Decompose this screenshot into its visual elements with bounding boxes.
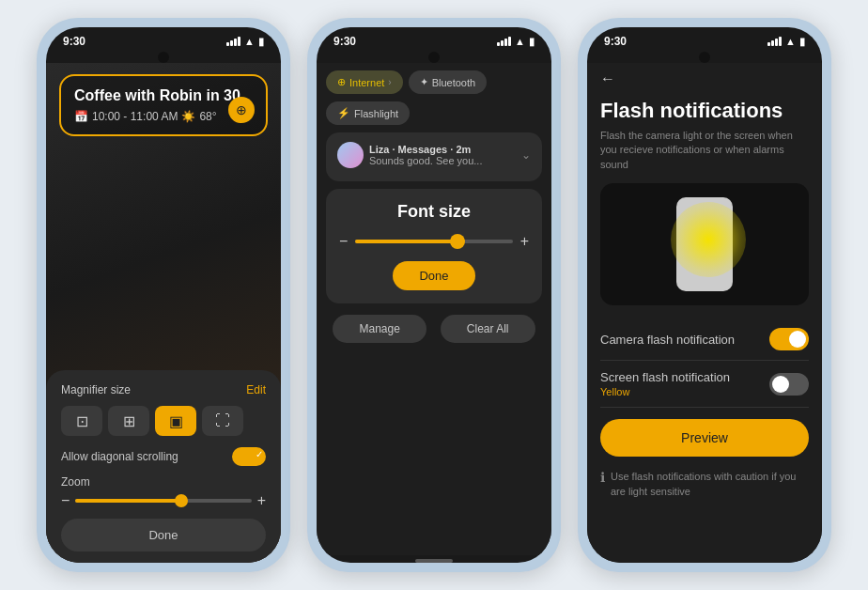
phone1-widget: Coffee with Robin in 30 📅 10:00 - 11:00 … (59, 74, 268, 136)
caution-row: ℹ Use flash notifications with caution i… (600, 464, 809, 499)
home-indicator-2 (415, 559, 453, 563)
wifi-icon-1: ▲ (244, 36, 255, 47)
font-size-card: Font size − + Done (326, 189, 542, 303)
slider-fill (75, 499, 180, 503)
flash-description: Flash the camera light or the screen whe… (600, 129, 809, 172)
signal-icon-3 (767, 37, 782, 46)
diagonal-toggle[interactable] (232, 447, 266, 466)
flash-preview-box (600, 183, 809, 305)
status-bar-3: 9:30 ▲ ▮ (587, 27, 822, 52)
status-bar-2: 9:30 ▲ ▮ (317, 27, 551, 52)
battery-icon-2: ▮ (529, 36, 535, 48)
notif-meta: Liza · Messages · 2m Sounds good. See yo… (369, 144, 516, 166)
tile-bluetooth[interactable]: ✦ Bluetooth (409, 70, 487, 94)
phone-2: 9:30 ▲ ▮ ⊕ Internet › ✦ Bluetooth (307, 18, 561, 572)
tile-internet[interactable]: ⊕ Internet › (326, 70, 403, 94)
wifi-icon-3: ▲ (785, 36, 796, 47)
manage-button[interactable]: Manage (333, 315, 426, 343)
camera-flash-label-group: Camera flash notification (600, 333, 735, 347)
flash-title: Flash notifications (600, 99, 809, 123)
screen-flash-row: Screen flash notification Yellow (600, 361, 809, 408)
move-icon[interactable]: ⊕ (228, 97, 255, 123)
wifi-icon-2: ▲ (515, 36, 525, 47)
panel-edit-btn[interactable]: Edit (246, 383, 266, 396)
font-size-slider: − + (339, 233, 529, 250)
time-3: 9:30 (604, 35, 627, 48)
diagonal-label: Allow diagonal scrolling (61, 450, 178, 463)
wifi-tile-icon: ⊕ (337, 76, 346, 88)
slider-track[interactable] (75, 499, 251, 503)
screen-flash-sub: Yellow (600, 386, 730, 397)
panel-header: Magnifier size Edit (61, 383, 266, 396)
notif-body: Sounds good. See you... (369, 155, 516, 166)
phone-1: 9:30 ▲ ▮ Coffee with Robin in 30 📅 10:00… (37, 18, 290, 572)
quick-tiles-2: ⚡ Flashlight (326, 101, 542, 125)
notif-avatar (337, 142, 364, 168)
camera-notch-1 (158, 52, 169, 63)
fs-thumb (450, 234, 465, 249)
zoom-row: Zoom − + (61, 475, 266, 509)
fs-fill (355, 240, 457, 243)
size-btn-small[interactable]: ⊡ (61, 406, 102, 436)
chevron-down-icon[interactable]: ⌄ (521, 148, 531, 162)
size-btn-large[interactable]: ▣ (155, 406, 196, 436)
slider-thumb (175, 494, 188, 507)
size-btn-fullscreen[interactable]: ⛶ (202, 406, 243, 436)
camera-notch-3 (699, 52, 710, 63)
flash-glow (671, 202, 746, 277)
weather-icon: ☀️ (181, 110, 195, 123)
font-done-button[interactable]: Done (393, 261, 474, 290)
font-increase-icon[interactable]: + (520, 233, 529, 250)
notif-header: Liza · Messages · 2m Sounds good. See yo… (337, 142, 531, 168)
time-2: 9:30 (333, 35, 356, 48)
battery-icon-3: ▮ (799, 36, 805, 48)
phone-3: 9:30 ▲ ▮ ← Flash notifications Flash the… (578, 18, 831, 572)
phone2-main-content: ⊕ Internet › ✦ Bluetooth ⚡ Flashlight (317, 63, 551, 555)
info-icon: ℹ (600, 470, 605, 485)
size-options: ⊡ ⊞ ▣ ⛶ (61, 406, 266, 436)
font-size-title: Font size (339, 202, 529, 222)
done-button-1[interactable]: Done (61, 519, 266, 551)
font-decrease-icon[interactable]: − (339, 233, 348, 250)
zoom-minus-icon[interactable]: − (61, 492, 70, 509)
battery-icon-1: ▮ (258, 36, 264, 48)
notification-card: Liza · Messages · 2m Sounds good. See yo… (326, 132, 542, 181)
quick-tiles: ⊕ Internet › ✦ Bluetooth (326, 70, 542, 94)
status-bar-1: 9:30 ▲ ▮ (46, 27, 281, 52)
screen-flash-toggle[interactable] (769, 373, 809, 396)
time-1: 9:30 (63, 35, 85, 48)
chevron-right-icon: › (388, 77, 391, 87)
screen-flash-label-group: Screen flash notification Yellow (600, 370, 730, 397)
panel-label: Magnifier size (61, 383, 131, 396)
camera-flash-toggle[interactable] (769, 328, 809, 350)
phone3-main-content: ← Flash notifications Flash the camera l… (587, 63, 822, 563)
preview-button[interactable]: Preview (600, 419, 809, 457)
widget-time: 📅 10:00 - 11:00 AM ☀️ 68° (74, 110, 253, 123)
screen-flash-label: Screen flash notification (600, 370, 730, 384)
caution-text: Use flash notifications with caution if … (611, 470, 809, 499)
zoom-label: Zoom (61, 475, 266, 489)
widget-title: Coffee with Robin in 30 (74, 87, 253, 104)
signal-icon-1 (226, 37, 240, 46)
zoom-plus-icon[interactable]: + (257, 492, 266, 509)
tile-flashlight[interactable]: ⚡ Flashlight (326, 101, 410, 125)
bluetooth-icon: ✦ (420, 76, 428, 88)
calendar-icon: 📅 (74, 110, 88, 123)
fs-track[interactable] (355, 240, 512, 243)
notif-title: Liza · Messages · 2m (369, 144, 516, 155)
clear-all-button[interactable]: Clear All (441, 315, 535, 343)
zoom-slider: − + (61, 492, 266, 509)
size-btn-medium[interactable]: ⊞ (108, 406, 149, 436)
back-button[interactable]: ← (600, 70, 809, 87)
camera-flash-label: Camera flash notification (600, 333, 735, 347)
diagonal-toggle-row: Allow diagonal scrolling (61, 447, 266, 466)
phone1-panel: Magnifier size Edit ⊡ ⊞ ▣ ⛶ Allow diagon… (46, 370, 281, 563)
flashlight-icon: ⚡ (337, 107, 350, 119)
camera-flash-row: Camera flash notification (600, 318, 809, 361)
signal-icon-2 (497, 37, 511, 46)
camera-notch-2 (428, 52, 440, 63)
notif-actions: Manage Clear All (326, 315, 542, 343)
